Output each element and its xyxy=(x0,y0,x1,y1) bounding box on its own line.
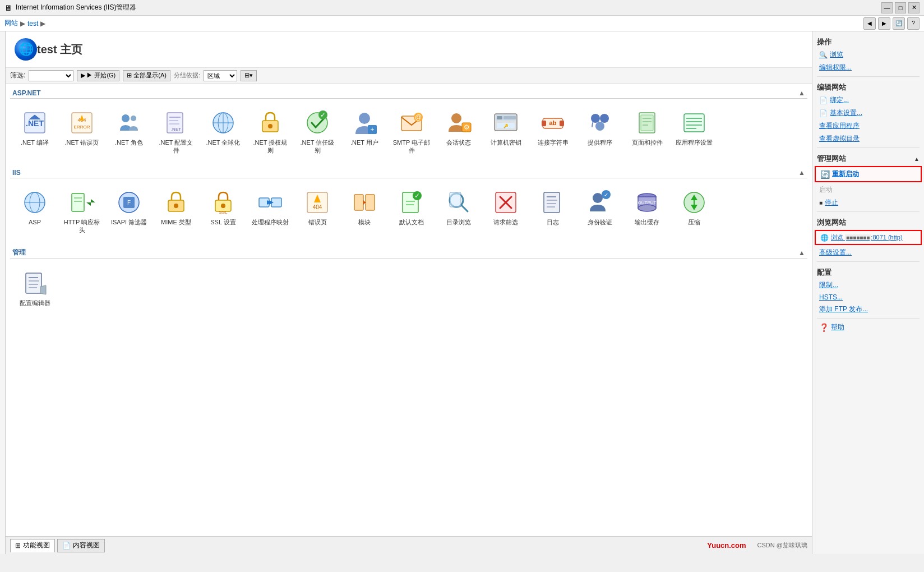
icon-net-auth[interactable]: .NET 授权规则 xyxy=(248,105,293,159)
icon-isapi[interactable]: F ISAPI 筛选器 xyxy=(107,185,151,238)
action-basicsettings[interactable]: 📄 基本设置... xyxy=(812,107,924,119)
icon-net-trust[interactable]: ✓ .NET 信任级别 xyxy=(295,105,340,159)
group-select[interactable]: 区域 xyxy=(204,70,237,81)
icon-connstring[interactable]: ab 连接字符串 xyxy=(530,105,575,159)
icon-authn[interactable]: ✓ 身份验证 xyxy=(578,185,622,238)
icon-outcache[interactable]: OUTPUT 输出缓存 xyxy=(625,185,669,238)
icon-net-compile[interactable]: .NET .NET 编译 xyxy=(12,105,57,159)
action-viewvdir[interactable]: 查看虚拟目录 xyxy=(812,132,924,145)
action-stop[interactable]: ■ 停止 xyxy=(812,196,924,209)
title-bar-controls: — □ ✕ xyxy=(881,2,920,13)
svg-rect-39 xyxy=(542,121,546,126)
breadcrumb-bar: 网站 ▶ test ▶ ◀ ▶ 🔄 ? xyxy=(0,16,924,31)
icon-handler[interactable]: 处理程序映射 xyxy=(248,185,293,238)
icon-asp[interactable]: ASP xyxy=(12,185,57,238)
icon-errorpage[interactable]: 404 错误页 xyxy=(295,185,340,238)
action-browse8071[interactable]: 🌐 浏览 ■■■■■■■:8071 (http) xyxy=(816,231,921,244)
icon-dirbrowse[interactable]: 目录浏览 xyxy=(436,185,481,238)
icon-smtp[interactable]: @ SMTP 电子邮件 xyxy=(389,105,434,159)
connstring-label: 连接字符串 xyxy=(538,139,569,146)
action-editperms[interactable]: 编辑权限... xyxy=(812,61,924,74)
pages-icon xyxy=(634,109,660,136)
show-all-button[interactable]: ⊞ 全部显示(A) xyxy=(123,70,170,81)
feature-view-icon: ⊞ xyxy=(15,542,21,550)
section-iis-collapse[interactable]: ▲ xyxy=(798,169,805,177)
title-bar: 🖥 Internet Information Services (IIS)管理器… xyxy=(0,0,924,16)
svg-point-42 xyxy=(600,114,609,123)
action-addftppub[interactable]: 添加 FTP 发布... xyxy=(812,303,924,316)
iis-icons-grid: ASP HTTP 响应标头 xyxy=(10,183,807,241)
action-bind[interactable]: 📄 绑定... xyxy=(812,94,924,107)
section-aspnet-collapse[interactable]: ▲ xyxy=(798,89,805,97)
tab-content-view[interactable]: 📄 内容视图 xyxy=(57,539,105,552)
page-header: 🌐 test 主页 xyxy=(6,31,812,68)
outcache-label: 输出缓存 xyxy=(635,218,659,226)
close-button[interactable]: ✕ xyxy=(908,2,920,13)
action-help[interactable]: ❓ 帮助 xyxy=(812,321,924,334)
breadcrumb-test[interactable]: test xyxy=(27,20,38,27)
minimize-button[interactable]: — xyxy=(881,2,893,13)
provider-label: 提供程序 xyxy=(588,139,612,146)
bind-icon: 📄 xyxy=(819,96,828,104)
tab-feature-view[interactable]: ⊞ 功能视图 xyxy=(10,539,55,552)
nav-help[interactable]: ? xyxy=(907,17,920,30)
icon-net-error[interactable]: 404 ERROR .NET 错误页 xyxy=(59,105,104,159)
icon-net-user[interactable]: + .NET 用户 xyxy=(342,105,387,159)
icon-machinekey[interactable]: 🔑 计算机密钥 xyxy=(483,105,528,159)
net-role-label: .NET 角色 xyxy=(115,139,143,146)
main-layout: 🌐 test 主页 筛选: ▶ ▶ 开始(G) ⊞ 全部显示(A) 分组依据: … xyxy=(0,31,924,554)
icon-compress[interactable]: 压缩 xyxy=(672,185,717,238)
browse8071-icon: 🌐 xyxy=(820,234,829,242)
icon-session[interactable]: ⚙ 会话状态 xyxy=(436,105,481,159)
icon-confeditor[interactable]: 配置编辑器 xyxy=(12,266,57,311)
svg-text:✓: ✓ xyxy=(320,111,326,119)
csdn-tag: CSDN @茄味琪璃 xyxy=(757,541,807,550)
action-limit[interactable]: 限制... xyxy=(812,279,924,292)
filter-select[interactable] xyxy=(29,70,73,81)
compress-icon xyxy=(681,189,708,216)
outcache-icon: OUTPUT xyxy=(634,189,660,216)
sep3 xyxy=(817,211,920,212)
svg-text:F: F xyxy=(127,200,131,206)
net-compile-label: .NET 编译 xyxy=(21,139,49,146)
icon-defaultdoc[interactable]: ✓ 默认文档 xyxy=(389,185,434,238)
filter-label: 筛选: xyxy=(10,71,25,80)
icon-net-config[interactable]: .NET .NET 配置文件 xyxy=(154,105,198,159)
icon-reqfilter[interactable]: 请求筛选 xyxy=(483,185,528,238)
nav-forward[interactable]: ▶ xyxy=(878,17,890,30)
icon-net-global[interactable]: .NET 全球化 xyxy=(201,105,246,159)
icon-http-headers[interactable]: HTTP 响应标头 xyxy=(59,185,104,238)
action-advancedsettings[interactable]: 高级设置... xyxy=(812,246,924,259)
nav-back[interactable]: ◀ xyxy=(863,17,876,30)
action-hsts[interactable]: HSTS... xyxy=(812,292,924,303)
action-start[interactable]: 启动 xyxy=(812,183,924,196)
basicsettings-icon: 📄 xyxy=(819,109,828,117)
section-manage-collapse[interactable]: ▲ xyxy=(798,249,805,257)
section-aspnet: ASP.NET ▲ .NET .NET 编译 xyxy=(10,88,807,161)
icon-pages[interactable]: 页面和控件 xyxy=(625,105,669,159)
net-trust-label: .NET 信任级别 xyxy=(298,139,337,155)
icon-appsettings[interactable]: 应用程序设置 xyxy=(672,105,717,159)
nav-refresh[interactable]: 🔄 xyxy=(893,17,905,30)
action-restart[interactable]: 🔄 重新启动 xyxy=(816,167,921,181)
right-panel: 操作 🔍 浏览 编辑权限... 编辑网站 📄 绑定... 📄 基本设置... 查… xyxy=(812,31,924,554)
net-role-icon xyxy=(116,109,142,136)
section-iis-header: IIS ▲ xyxy=(10,168,807,178)
action-viewapp[interactable]: 查看应用程序 xyxy=(812,119,924,132)
icon-log[interactable]: 日志 xyxy=(530,185,575,238)
icon-module[interactable]: 模块 xyxy=(342,185,387,238)
icon-net-role[interactable]: .NET 角色 xyxy=(107,105,151,159)
view-toggle[interactable]: ⊞▾ xyxy=(241,70,257,81)
start-button[interactable]: ▶ ▶ 开始(G) xyxy=(77,70,119,81)
svg-text:OUTPUT: OUTPUT xyxy=(638,200,657,205)
watermark: Yuucn.com xyxy=(707,541,746,550)
icon-ssl[interactable]: SSL SSL 设置 xyxy=(201,185,246,238)
maximize-button[interactable]: □ xyxy=(895,2,906,13)
breadcrumb-home[interactable]: 网站 xyxy=(4,19,18,28)
reqfilter-label: 请求筛选 xyxy=(493,218,518,226)
icon-provider[interactable]: 提供程序 xyxy=(578,105,622,159)
window-title: Internet Information Services (IIS)管理器 xyxy=(16,3,136,12)
log-label: 日志 xyxy=(547,218,559,226)
icon-mime[interactable]: MIME 类型 xyxy=(154,185,198,238)
action-browse[interactable]: 🔍 浏览 xyxy=(812,48,924,61)
